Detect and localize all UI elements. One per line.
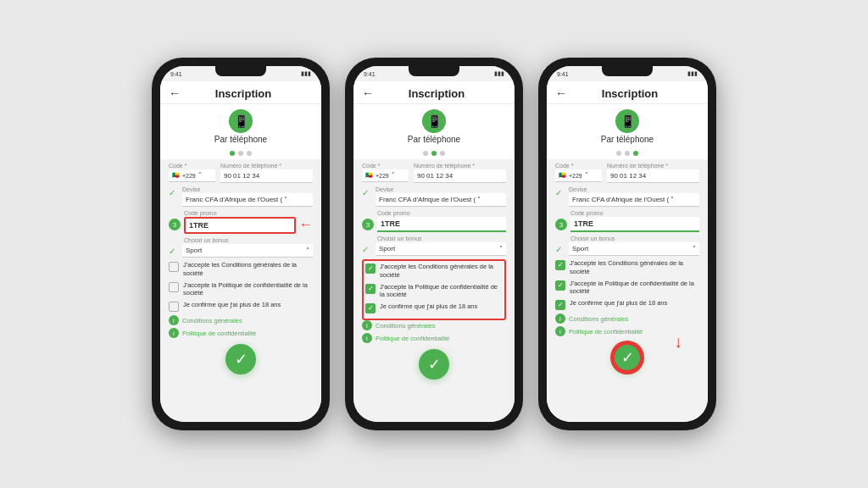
bonus-dropdown[interactable]: Sport˅	[182, 244, 313, 258]
devise-row: ✓DeviseFranc CFA d'Afrique de l'Ouest ( …	[362, 186, 506, 207]
devise-label: Devise	[182, 186, 313, 192]
app-header: ←Inscription	[547, 81, 708, 104]
form-content: Code *🇧🇯+229˅Numéro de téléphone *90 01 …	[547, 159, 708, 422]
promo-input[interactable]: 1TRE	[570, 217, 699, 232]
progress-dots	[547, 147, 708, 159]
progress-dot-1	[616, 151, 621, 156]
code-field[interactable]: 🇧🇯+229˅	[169, 169, 215, 182]
checkbox-row-cg: J'accepte les Conditions générales de la…	[169, 261, 313, 278]
phone-notch	[602, 66, 653, 76]
code-value: +229	[376, 173, 389, 179]
checkbox-label-pc: J'accepte la Politique de confidentialit…	[570, 280, 699, 297]
phone-screen: 9:41▮▮▮←Inscription📱Par téléphoneCode *🇧…	[547, 66, 708, 422]
phone-method-icon: 📱	[229, 109, 253, 133]
info-icon-cg: i	[555, 313, 565, 324]
devise-group: DeviseFranc CFA d'Afrique de l'Ouest ( ˅	[376, 186, 506, 207]
devise-field[interactable]: Franc CFA d'Afrique de l'Ouest ( ˅	[182, 193, 313, 207]
checkbox-label-age: Je confirme que j'ai plus de 18 ans	[570, 299, 667, 308]
checkbox-row-pc: J'accepte la Politique de confidentialit…	[365, 283, 503, 300]
link-pc[interactable]: Politique de confidentialité	[376, 335, 449, 342]
progress-dots	[353, 147, 515, 159]
phone-number-field[interactable]: 90 01 12 34	[414, 169, 506, 183]
promo-section: Code promo31TRE	[555, 210, 699, 232]
checkbox-cg[interactable]	[555, 260, 565, 270]
bonus-dropdown[interactable]: Sport˅	[376, 242, 506, 256]
checkbox-row-age: Je confirme que j'ai plus de 18 ans	[169, 301, 313, 312]
bonus-label: Choisir un bonus	[184, 237, 313, 243]
back-button[interactable]: ←	[555, 86, 567, 100]
phone-group: Numéro de téléphone *90 01 12 34	[220, 163, 313, 183]
link-cg[interactable]: Conditions générales	[182, 317, 242, 324]
time: 9:41	[170, 71, 182, 77]
code-group: Code *🇧🇯+229˅	[169, 163, 215, 183]
phone-screen: 9:41▮▮▮←Inscription📱Par téléphoneCode *🇧…	[353, 66, 515, 422]
code-field[interactable]: 🇧🇯+229˅	[362, 169, 409, 182]
code-phone-row: Code *🇧🇯+229˅Numéro de téléphone *90 01 …	[169, 163, 313, 183]
link-cg[interactable]: Conditions générales	[376, 322, 435, 330]
devise-check-icon: ✓	[555, 188, 565, 198]
checkbox-age[interactable]	[555, 300, 565, 310]
code-phone-row: Code *🇧🇯+229˅Numéro de téléphone *90 01 …	[555, 163, 699, 183]
method-label: Par téléphone	[214, 135, 267, 144]
checkbox-pc[interactable]	[169, 282, 179, 292]
checkbox-pc[interactable]	[555, 280, 565, 291]
progress-dots	[160, 147, 321, 159]
checkbox-label-cg: J'accepte les Conditions générales de la…	[570, 259, 699, 276]
devise-field[interactable]: Franc CFA d'Afrique de l'Ouest ( ˅	[569, 193, 699, 207]
submit-button[interactable]: ✓	[612, 342, 643, 373]
form-content: Code *🇧🇯+229˅Numéro de téléphone *90 01 …	[160, 159, 321, 422]
bonus-section: Choisir un bonus✓Sport˅	[362, 236, 506, 256]
code-label: Code *	[555, 163, 602, 169]
checkbox-age[interactable]	[365, 303, 376, 313]
submit-button[interactable]: ✓	[225, 344, 256, 374]
code-group: Code *🇧🇯+229˅	[362, 163, 409, 183]
link-row-cg: iConditions générales	[362, 320, 506, 330]
method-label: Par téléphone	[408, 135, 460, 144]
promo-label: Code promo	[570, 210, 699, 216]
battery: ▮▮▮	[301, 70, 311, 77]
promo-input[interactable]: 1TRE	[184, 217, 296, 234]
time: 9:41	[557, 71, 569, 77]
progress-dot-3	[440, 151, 445, 156]
checkbox-cg[interactable]	[365, 263, 376, 274]
submit-row: ↓✓	[555, 339, 699, 376]
progress-dot-1	[423, 151, 428, 156]
promo-input[interactable]: 1TRE	[377, 217, 506, 232]
progress-dot-2	[431, 151, 437, 156]
time: 9:41	[364, 71, 376, 77]
phone-device-1: 9:41▮▮▮←Inscription📱Par téléphoneCode *🇧…	[152, 58, 330, 430]
bonus-chevron: ˅	[693, 245, 696, 252]
method-label: Par téléphone	[601, 135, 654, 144]
phone-method-icon: 📱	[422, 109, 446, 133]
bonus-chevron: ˅	[306, 247, 309, 254]
submit-button[interactable]: ✓	[419, 349, 449, 380]
link-pc[interactable]: Politique de confidentialité	[569, 328, 643, 336]
phone-number-label: Numéro de téléphone *	[607, 163, 699, 169]
bonus-value: Sport	[186, 247, 202, 254]
promo-row: 31TRE	[555, 217, 699, 232]
link-cg[interactable]: Conditions générales	[569, 315, 628, 323]
phone-group: Numéro de téléphone *90 01 12 34	[607, 163, 699, 183]
bonus-dropdown[interactable]: Sport˅	[569, 242, 699, 256]
red-arrow-submit: ↓	[674, 332, 682, 352]
phone-method-section: 📱Par téléphone	[160, 104, 321, 147]
code-field[interactable]: 🇧🇯+229˅	[555, 169, 602, 182]
checkbox-cg[interactable]	[169, 262, 179, 272]
phone-number-field[interactable]: 90 01 12 34	[220, 169, 313, 183]
phone-device-3: 9:41▮▮▮←Inscription📱Par téléphoneCode *🇧…	[538, 58, 716, 430]
devise-field[interactable]: Franc CFA d'Afrique de l'Ouest ( ˅	[376, 193, 506, 207]
link-pc[interactable]: Politique de confidentialité	[182, 330, 256, 337]
progress-dot-2	[625, 151, 630, 156]
submit-row: ✓	[169, 341, 313, 378]
battery: ▮▮▮	[687, 70, 698, 77]
phone-2: 9:41▮▮▮←Inscription📱Par téléphoneCode *🇧…	[345, 58, 523, 430]
back-button[interactable]: ←	[169, 86, 181, 100]
bonus-check-icon: ✓	[169, 247, 179, 257]
checkbox-pc[interactable]	[365, 284, 376, 294]
phone-number-field[interactable]: 90 01 12 34	[607, 169, 699, 183]
promo-label: Code promo	[377, 210, 506, 216]
back-button[interactable]: ←	[362, 86, 374, 100]
code-phone-row: Code *🇧🇯+229˅Numéro de téléphone *90 01 …	[362, 163, 506, 183]
checkbox-age[interactable]	[169, 302, 179, 312]
info-icon-pc: i	[362, 333, 372, 343]
